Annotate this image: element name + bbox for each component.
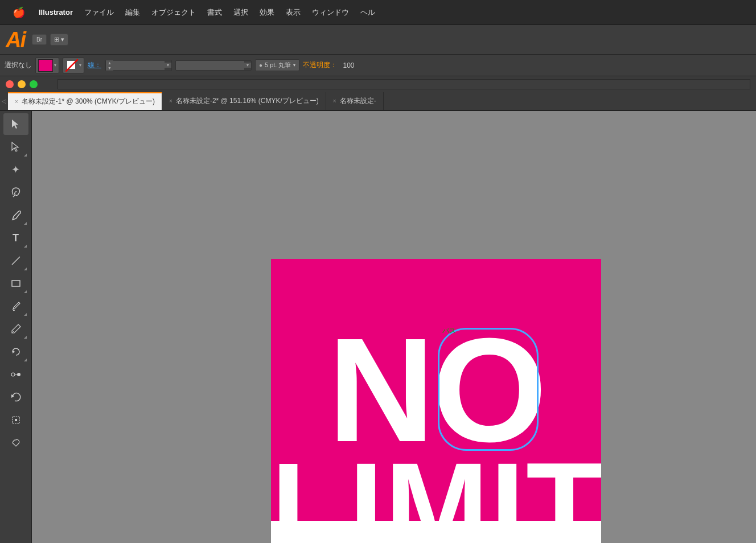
selection-tool-button[interactable] bbox=[3, 113, 28, 135]
edit-menu[interactable]: 編集 bbox=[120, 5, 146, 20]
help-menu[interactable]: ヘル bbox=[355, 5, 381, 20]
tab-3-title: 名称未設定- bbox=[340, 96, 376, 106]
view-menu[interactable]: 表示 bbox=[280, 5, 306, 20]
ai-logo: Ai bbox=[6, 29, 25, 51]
app-menu[interactable]: Illustrator bbox=[33, 6, 79, 19]
canvas-area[interactable]: N O パス LIMIT bbox=[32, 111, 756, 543]
lasso-tool-button[interactable] bbox=[3, 182, 28, 203]
document-canvas: N O パス LIMIT bbox=[271, 259, 601, 543]
select-menu[interactable]: 選択 bbox=[228, 5, 254, 20]
minimize-button[interactable] bbox=[18, 80, 26, 88]
workspace-grid-icon: ⊞ bbox=[54, 36, 59, 43]
apple-menu[interactable]: 🍎 bbox=[7, 4, 31, 21]
object-menu[interactable]: オブジェクト bbox=[146, 5, 202, 20]
selection-label: 選択なし bbox=[5, 60, 32, 70]
opacity-label[interactable]: 不透明度： bbox=[303, 60, 337, 70]
tools-panel: ✦ T bbox=[0, 111, 32, 543]
effect-menu[interactable]: 効果 bbox=[254, 5, 280, 20]
direct-selection-tool-button[interactable] bbox=[3, 136, 28, 158]
brush-arrow: ▾ bbox=[293, 63, 295, 68]
bridge-button[interactable]: Br bbox=[32, 34, 47, 45]
tab-3-close[interactable]: × bbox=[333, 98, 336, 104]
style-input-group: ▾ bbox=[175, 60, 252, 71]
opacity-value: 100 bbox=[343, 61, 354, 69]
stroke-down-btn[interactable]: ▼ bbox=[106, 65, 113, 71]
svg-rect-12 bbox=[15, 419, 17, 421]
format-menu[interactable]: 書式 bbox=[202, 5, 228, 20]
svg-line-1 bbox=[13, 195, 15, 197]
traffic-lights bbox=[6, 80, 38, 88]
svg-point-7 bbox=[11, 373, 15, 376]
window-menu[interactable]: ウィンドウ bbox=[306, 5, 355, 20]
file-menu[interactable]: ファイル bbox=[79, 5, 120, 20]
fill-swatch[interactable] bbox=[38, 59, 53, 72]
no-text-group: N O パス bbox=[271, 323, 601, 456]
tab-2-close[interactable]: × bbox=[169, 98, 172, 104]
blend-tool-button[interactable] bbox=[3, 364, 28, 385]
fill-arrow-icon: ▾ bbox=[54, 63, 56, 68]
menu-bar: 🍎 Illustrator ファイル 編集 オブジェクト 書式 選択 効果 表示… bbox=[0, 0, 756, 25]
stroke-up-btn[interactable]: ▲ bbox=[106, 60, 113, 65]
svg-point-2 bbox=[18, 211, 19, 212]
letter-limit: LIMIT bbox=[271, 454, 601, 521]
stroke-arrow-icon: ▾ bbox=[79, 63, 81, 68]
style-input[interactable] bbox=[176, 61, 244, 70]
svg-point-8 bbox=[17, 373, 20, 376]
workspace-switcher[interactable]: ⊞ ▾ bbox=[50, 34, 68, 46]
letter-o-wrapper[interactable]: O パス bbox=[432, 323, 544, 456]
stroke-spinner[interactable]: ▲ ▼ bbox=[105, 60, 113, 71]
design-artboard: N O パス LIMIT bbox=[271, 259, 601, 521]
tab-document-2[interactable]: × 名称未設定-2* @ 151.16% (CMYK/プレビュー) bbox=[162, 92, 326, 110]
tabs-bar: ◁ × 名称未設定-1* @ 300% (CMYK/プレビュー) × 名称未設定… bbox=[0, 92, 756, 110]
brush-label: 5 pt. 丸筆 bbox=[265, 61, 291, 69]
main-area: ✦ T bbox=[0, 111, 756, 543]
traffic-lights-bar bbox=[0, 76, 756, 92]
stroke-input-arrow[interactable]: ▾ bbox=[165, 63, 171, 68]
style-arrow[interactable]: ▾ bbox=[244, 63, 251, 68]
rotate-tool-button[interactable] bbox=[3, 341, 28, 363]
horizontal-ruler-mini bbox=[57, 79, 750, 89]
pen-tool-button[interactable] bbox=[3, 204, 28, 226]
fill-swatch-group[interactable]: ▾ bbox=[35, 57, 59, 73]
stroke-swatch-group[interactable]: ▾ bbox=[63, 57, 84, 73]
properties-bar: 選択なし ▾ ▾ 線： ▲ ▼ ▾ ▾ ● 5 pt. 丸筆 ▾ bbox=[0, 55, 756, 76]
stroke-label[interactable]: 線： bbox=[88, 60, 101, 70]
pencil-tool-button[interactable] bbox=[3, 318, 28, 340]
path-label: パス bbox=[442, 326, 456, 336]
stroke-swatch[interactable] bbox=[65, 59, 78, 72]
artboard-tool-button[interactable] bbox=[3, 409, 28, 431]
type-icon: T bbox=[13, 232, 19, 244]
maximize-button[interactable] bbox=[30, 80, 38, 88]
line-tool-button[interactable] bbox=[3, 250, 28, 272]
svg-line-3 bbox=[12, 257, 20, 265]
tab-scroll-left[interactable]: ◁ bbox=[0, 92, 8, 110]
magic-wand-icon: ✦ bbox=[11, 163, 20, 176]
rectangle-tool-button[interactable] bbox=[3, 273, 28, 294]
letter-n: N bbox=[328, 323, 432, 456]
stroke-input-group: ▲ ▼ ▾ bbox=[105, 60, 172, 71]
brush-style-dropdown[interactable]: ● 5 pt. 丸筆 ▾ bbox=[255, 59, 300, 71]
extra-tool-button[interactable] bbox=[3, 432, 28, 454]
magic-wand-tool-button[interactable]: ✦ bbox=[3, 159, 28, 180]
close-button[interactable] bbox=[6, 80, 14, 88]
tab-document-1[interactable]: × 名称未設定-1* @ 300% (CMYK/プレビュー) bbox=[8, 92, 162, 110]
stroke-value-input[interactable] bbox=[113, 61, 165, 70]
undo-tool-button[interactable] bbox=[3, 386, 28, 408]
window-chrome: ◁ × 名称未設定-1* @ 300% (CMYK/プレビュー) × 名称未設定… bbox=[0, 76, 756, 111]
tab-2-title: 名称未設定-2* @ 151.16% (CMYK/プレビュー) bbox=[176, 96, 319, 106]
main-toolbar: Ai Br ⊞ ▾ bbox=[0, 25, 756, 55]
tab-1-title: 名称未設定-1* @ 300% (CMYK/プレビュー) bbox=[22, 97, 155, 106]
tab-1-close[interactable]: × bbox=[15, 98, 18, 105]
tab-document-3[interactable]: × 名称未設定- bbox=[326, 92, 384, 110]
svg-line-0 bbox=[65, 59, 78, 72]
workspace-arrow-icon: ▾ bbox=[61, 36, 64, 43]
brush-tool-button[interactable] bbox=[3, 295, 28, 317]
brush-dot: ● bbox=[259, 62, 262, 68]
type-tool-button[interactable]: T bbox=[3, 227, 28, 249]
svg-marker-6 bbox=[13, 350, 15, 353]
svg-rect-4 bbox=[12, 281, 20, 286]
